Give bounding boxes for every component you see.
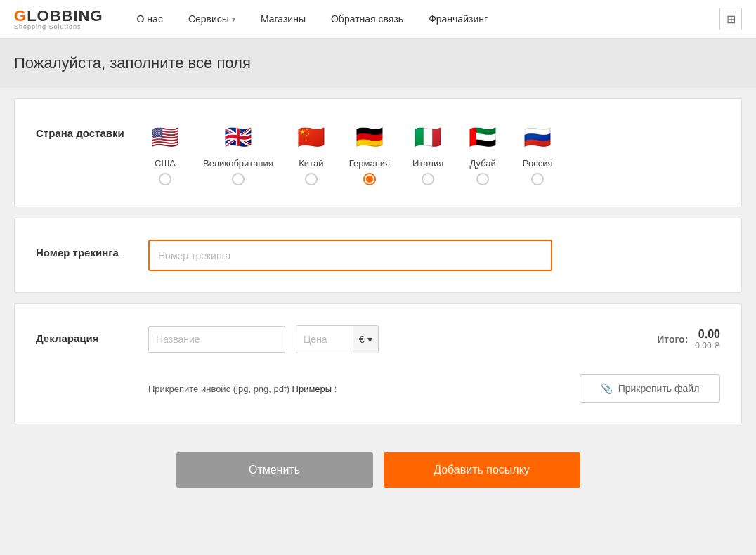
nav-about[interactable]: О нас [124,0,176,39]
country-usa[interactable]: 🇺🇸 США [148,120,182,185]
country-name-russia: Россия [523,158,553,169]
price-group: € ▾ [296,325,379,353]
chevron-down-icon: ▾ [367,334,372,345]
main-nav: О нас Сервисы ▾ Магазины Обратная связь … [124,0,719,39]
country-name-china: Китай [299,158,323,169]
declaration-content: € ▾ Итого: 0.00 0.00 ₴ Прикрепит [148,325,720,403]
total-sub-value: 0.00 ₴ [695,341,720,351]
flag-china: 🇨🇳 [294,120,328,154]
declaration-row: Декларация € ▾ Итого: 0.00 [36,325,720,403]
tracking-row: Номер трекинга [36,240,720,271]
countries-grid: 🇺🇸 США 🇬🇧 Великобритания 🇨🇳 Китай 🇩🇪 [148,120,554,185]
country-germany[interactable]: 🇩🇪 Германия [349,120,390,185]
radio-dubai[interactable] [476,173,489,185]
cancel-button[interactable]: Отменить [176,452,373,488]
radio-uk[interactable] [232,173,245,185]
declaration-inputs-row: € ▾ Итого: 0.00 0.00 ₴ [148,325,720,353]
nav-franchise[interactable]: Франчайзинг [416,0,500,39]
delivery-label: Страна доставки [36,120,148,139]
country-italy[interactable]: 🇮🇹 Италия [411,120,445,185]
invoice-text: Прикрепите инвойс (jpg, png, pdf) Пример… [148,384,337,394]
bottom-bar: Отменить Добавить посылку [0,438,756,502]
invoice-row: Прикрепите инвойс (jpg, png, pdf) Пример… [148,374,720,403]
radio-germany[interactable] [363,173,376,185]
flag-uk: 🇬🇧 [221,120,255,154]
total-label: Итого: [657,334,688,345]
logo: GLOBBING Shopping Solutions [14,8,103,30]
invoice-link[interactable]: Примеры [292,384,332,394]
radio-usa[interactable] [159,173,171,185]
declaration-name-input[interactable] [148,326,285,353]
page-title-bar: Пожалуйста, заполните все поля [0,39,756,88]
country-uk[interactable]: 🇬🇧 Великобритания [203,120,273,185]
logo-subtext: Shopping Solutions [14,24,103,30]
delivery-row: Страна доставки 🇺🇸 США 🇬🇧 Великобритания… [36,120,720,185]
country-dubai[interactable]: 🇦🇪 Дубай [466,120,500,185]
add-parcel-button[interactable]: Добавить посылку [384,452,580,488]
nav-feedback[interactable]: Обратная связь [318,0,416,39]
flag-usa: 🇺🇸 [148,120,182,154]
header: GLOBBING Shopping Solutions О нас Сервис… [0,0,756,39]
calculator-icon[interactable]: ⊞ [719,8,742,30]
chevron-down-icon: ▾ [232,15,235,23]
country-name-dubai: Дубай [469,158,495,169]
paperclip-icon: 📎 [601,383,613,394]
flag-italy: 🇮🇹 [411,120,445,154]
radio-italy[interactable] [422,173,434,185]
country-name-italy: Италия [412,158,443,169]
total-main-value: 0.00 [698,328,720,341]
country-name-uk: Великобритания [203,158,273,169]
country-china[interactable]: 🇨🇳 Китай [294,120,328,185]
flag-russia: 🇷🇺 [521,120,554,154]
header-right: ⊞ [719,8,742,30]
content: Страна доставки 🇺🇸 США 🇬🇧 Великобритания… [0,88,756,438]
tracking-input[interactable] [148,240,552,271]
flag-germany: 🇩🇪 [353,120,386,154]
flag-dubai: 🇦🇪 [466,120,500,154]
total-values: 0.00 0.00 ₴ [695,328,720,351]
nav-services[interactable]: Сервисы ▾ [176,0,248,39]
declaration-label: Декларация [36,325,148,344]
currency-select[interactable]: € ▾ [353,326,378,353]
price-input[interactable] [296,326,353,353]
country-name-usa: США [155,158,176,169]
attach-file-button[interactable]: 📎 Прикрепить файл [580,374,720,403]
delivery-country-card: Страна доставки 🇺🇸 США 🇬🇧 Великобритания… [14,98,742,207]
currency-symbol: € [359,334,365,345]
declaration-card: Декларация € ▾ Итого: 0.00 [14,303,742,424]
logo-text: GLOBBING [14,8,103,24]
tracking-card: Номер трекинга [14,218,742,293]
page-title: Пожалуйста, заполните все поля [14,54,742,72]
tracking-label: Номер трекинга [36,240,148,259]
radio-china[interactable] [305,173,318,185]
nav-stores[interactable]: Магазины [248,0,318,39]
country-russia[interactable]: 🇷🇺 Россия [521,120,554,185]
country-name-germany: Германия [349,158,390,169]
total-area: Итого: 0.00 0.00 ₴ [657,328,720,351]
radio-russia[interactable] [531,173,544,185]
